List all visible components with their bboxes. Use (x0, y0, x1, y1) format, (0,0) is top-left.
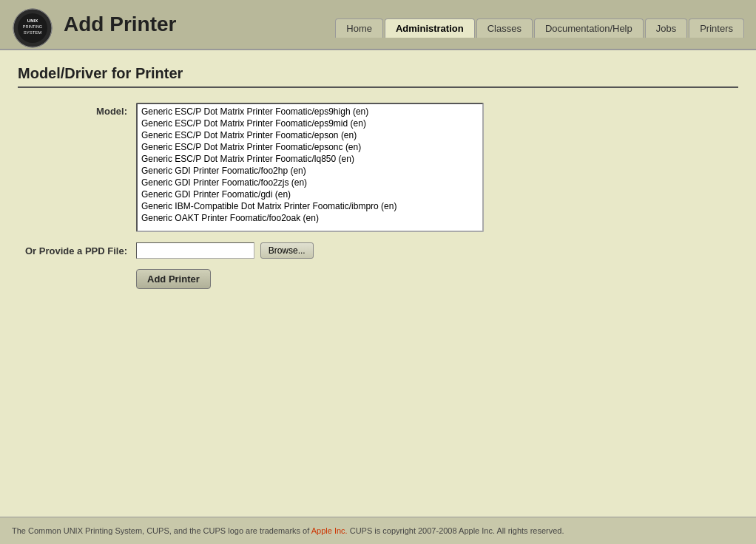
svg-text:PRINTING: PRINTING (23, 24, 42, 29)
header: UNIX PRINTING SYSTEM Add Printer Home Ad… (0, 0, 756, 50)
main-content: Model/Driver for Printer Model: Generic … (0, 50, 756, 314)
add-printer-label-spacer (18, 269, 136, 272)
page-heading: Model/Driver for Printer (18, 65, 738, 88)
footer-text-after: CUPS is copyright 2007-2008 Apple Inc. A… (348, 526, 564, 535)
nav-administration[interactable]: Administration (385, 18, 475, 38)
model-row: Model: Generic ESC/P Dot Matrix Printer … (18, 103, 738, 232)
nav: Home Administration Classes Documentatio… (335, 18, 744, 38)
footer-apple-link[interactable]: Apple Inc. (311, 526, 348, 535)
footer: The Common UNIX Printing System, CUPS, a… (0, 517, 756, 545)
ppd-file-input[interactable] (136, 242, 254, 259)
page-title: Add Printer (64, 13, 325, 44)
nav-home[interactable]: Home (335, 18, 383, 38)
nav-documentation[interactable]: Documentation/Help (534, 18, 644, 38)
add-printer-row: Add Printer (18, 269, 738, 289)
svg-text:SYSTEM: SYSTEM (24, 30, 42, 35)
add-printer-button[interactable]: Add Printer (136, 269, 211, 289)
browse-button[interactable]: Browse... (260, 242, 314, 259)
nav-jobs[interactable]: Jobs (645, 18, 687, 38)
nav-classes[interactable]: Classes (476, 18, 533, 38)
cups-logo: UNIX PRINTING SYSTEM (12, 7, 53, 49)
model-control: Generic ESC/P Dot Matrix Printer Foomati… (136, 103, 491, 232)
footer-text-before: The Common UNIX Printing System, CUPS, a… (12, 526, 311, 535)
model-listbox[interactable]: Generic ESC/P Dot Matrix Printer Foomati… (136, 103, 484, 232)
ppd-row: Or Provide a PPD File: Browse... (18, 242, 738, 259)
nav-printers[interactable]: Printers (689, 18, 744, 38)
ppd-control: Browse... (136, 242, 314, 259)
model-label: Model: (18, 103, 136, 117)
ppd-label: Or Provide a PPD File: (18, 242, 136, 256)
svg-text:UNIX: UNIX (27, 18, 38, 23)
